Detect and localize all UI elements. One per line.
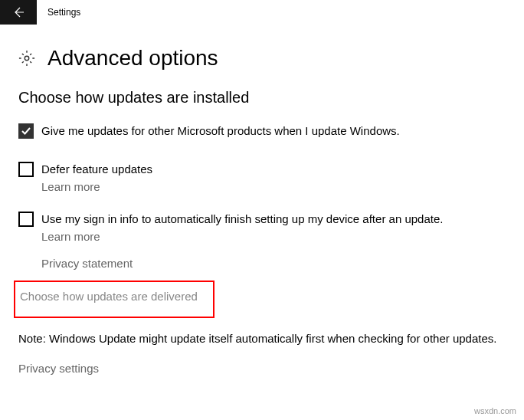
page-title: Advanced options <box>47 46 218 71</box>
back-arrow-icon <box>12 6 25 18</box>
option-ms-products: Give me updates for other Microsoft prod… <box>18 123 506 139</box>
section-heading: Choose how updates are installed <box>18 89 506 107</box>
link-delivery-optimization[interactable]: Choose how updates are delivered <box>20 290 208 303</box>
page-title-row: Advanced options <box>18 46 506 71</box>
link-privacy-statement[interactable]: Privacy statement <box>41 257 506 270</box>
content-area: Advanced options Choose how updates are … <box>0 25 524 375</box>
label-ms-products: Give me updates for other Microsoft prod… <box>41 123 400 139</box>
label-defer: Defer feature updates <box>41 162 152 177</box>
link-privacy-settings[interactable]: Privacy settings <box>18 362 506 375</box>
highlight-delivery: Choose how updates are delivered <box>14 281 215 318</box>
gear-icon <box>18 50 35 67</box>
checkbox-ms-products[interactable] <box>18 123 34 139</box>
watermark: wsxdn.com <box>474 406 516 415</box>
checkbox-defer[interactable] <box>18 162 34 177</box>
label-signin: Use my sign in info to automatically fin… <box>41 212 443 227</box>
svg-point-0 <box>25 56 29 61</box>
back-button[interactable] <box>0 0 37 25</box>
checkbox-signin[interactable] <box>18 212 34 227</box>
note-text: Note: Windows Update might update itself… <box>18 332 506 345</box>
link-signin-learn-more[interactable]: Learn more <box>41 230 506 243</box>
option-defer: Defer feature updates Learn more <box>18 162 506 193</box>
option-signin: Use my sign in info to automatically fin… <box>18 212 506 243</box>
header-bar: Settings <box>0 0 524 25</box>
window-title: Settings <box>37 7 80 18</box>
link-defer-learn-more[interactable]: Learn more <box>41 180 506 193</box>
